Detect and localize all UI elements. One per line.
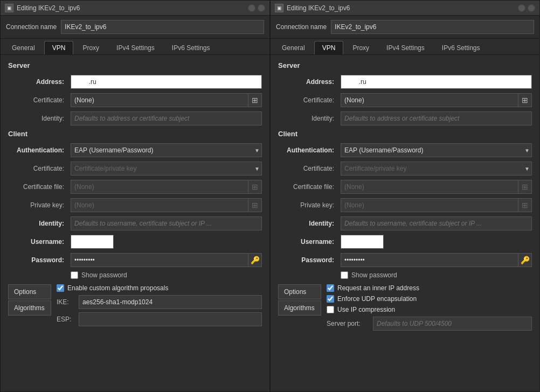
left-identity-input[interactable]	[71, 111, 262, 125]
right-request-inner-ip-label[interactable]: Request an inner IP address	[337, 284, 419, 292]
right-password-field: 🔑	[341, 253, 532, 267]
left-cert-file-input[interactable]	[71, 180, 248, 194]
right-connection-name-input[interactable]	[331, 20, 534, 34]
right-maximize-btn[interactable]	[528, 4, 535, 12]
left-tab-proxy[interactable]: Proxy	[74, 41, 107, 54]
left-auth-select[interactable]: EAP (Username/Password)	[71, 143, 262, 157]
left-certificate-label: Certificate:	[8, 96, 67, 104]
left-tab-general[interactable]: General	[4, 41, 43, 54]
left-username-input[interactable]	[71, 235, 114, 249]
right-private-key-input[interactable]	[341, 198, 518, 212]
left-connection-name-input[interactable]	[61, 20, 264, 34]
left-minimize-btn[interactable]	[248, 4, 255, 12]
left-tab-vpn[interactable]: VPN	[44, 41, 74, 54]
right-username-row: Username:	[278, 235, 532, 249]
left-certificate-icon-btn[interactable]: ⊞	[248, 93, 262, 107]
left-private-key-input[interactable]	[71, 198, 248, 212]
right-bottom-section: Options Algorithms Request an inner IP a…	[278, 284, 532, 334]
left-esp-input[interactable]	[79, 312, 262, 326]
right-client-identity-row: Identity:	[278, 216, 532, 230]
right-enforce-udp-checkbox[interactable]	[327, 295, 334, 303]
right-server-port-input[interactable]	[373, 317, 532, 331]
right-options-tab[interactable]: Options	[278, 284, 321, 299]
right-tab-vpn[interactable]: VPN	[314, 41, 344, 54]
right-minimize-btn[interactable]	[518, 4, 525, 12]
right-enforce-udp-row: Enforce UDP encapsulation	[327, 295, 532, 303]
right-cert-file-icon-btn[interactable]: ⊞	[518, 180, 532, 194]
left-password-icon-btn[interactable]: 🔑	[248, 253, 262, 267]
left-enable-custom-label[interactable]: Enable custom algorithm proposals	[67, 284, 168, 292]
right-ip-compression-checkbox[interactable]	[327, 306, 334, 313]
left-ike-input[interactable]	[79, 295, 262, 309]
right-server-port-label: Server port:	[327, 320, 370, 327]
left-tabs: General VPN Proxy IPv4 Settings IPv6 Set…	[1, 39, 269, 55]
right-identity-label: Identity:	[278, 115, 337, 122]
right-client-identity-input[interactable]	[341, 216, 532, 230]
right-auth-select[interactable]: EAP (Username/Password)	[341, 143, 532, 157]
right-tab-ipv4[interactable]: IPv4 Settings	[378, 41, 433, 54]
right-titlebar-left: ▣ Editing IKEv2_to_ipv6	[275, 4, 350, 12]
left-ike-label: IKE:	[57, 298, 75, 306]
left-password-row: Password: 🔑	[8, 253, 262, 267]
left-show-password-row: Show password	[71, 271, 262, 279]
right-cert-file-input[interactable]	[341, 180, 518, 194]
left-address-input[interactable]	[71, 75, 262, 89]
left-address-label: Address:	[8, 78, 67, 86]
right-tab-proxy[interactable]: Proxy	[344, 41, 377, 54]
right-connection-bar: Connection name	[271, 16, 539, 39]
left-server-title: Server	[8, 61, 262, 69]
left-cert-select[interactable]: Certificate/private key	[71, 162, 262, 176]
left-tab-ipv6[interactable]: IPv6 Settings	[164, 41, 218, 54]
right-enforce-udp-label[interactable]: Enforce UDP encapsulation	[337, 295, 417, 303]
right-password-row: Password: 🔑	[278, 253, 532, 267]
right-identity-input[interactable]	[341, 111, 532, 125]
right-password-input[interactable]	[341, 253, 518, 267]
left-private-key-field: ⊞	[71, 198, 262, 212]
right-show-password-label[interactable]: Show password	[351, 271, 397, 279]
left-options-tab[interactable]: Options	[8, 284, 51, 299]
left-client-identity-input[interactable]	[71, 216, 262, 230]
left-ike-row: IKE:	[57, 295, 262, 309]
right-certificate-row: Certificate: ⊞	[278, 93, 532, 107]
right-private-key-icon-btn[interactable]: ⊞	[518, 198, 532, 212]
right-algorithms-tab[interactable]: Algorithms	[278, 300, 321, 316]
left-certificate-input[interactable]	[71, 93, 248, 107]
right-address-input[interactable]	[341, 75, 532, 89]
right-tab-general[interactable]: General	[274, 41, 313, 54]
left-titlebar-buttons	[248, 4, 265, 12]
right-private-key-field: ⊞	[341, 198, 532, 212]
left-show-password-checkbox[interactable]	[71, 271, 78, 279]
right-side-content: Request an inner IP address Enforce UDP …	[321, 284, 532, 334]
right-tab-ipv6[interactable]: IPv6 Settings	[434, 41, 488, 54]
left-address-row: Address:	[8, 75, 262, 89]
right-cert-file-label: Certificate file:	[278, 183, 337, 191]
left-esp-label: ESP:	[57, 316, 75, 323]
left-enable-custom-checkbox[interactable]	[57, 284, 64, 292]
left-private-key-row: Private key: ⊞	[8, 198, 262, 212]
left-algorithms-tab[interactable]: Algorithms	[8, 300, 51, 316]
right-password-icon-btn[interactable]: 🔑	[518, 253, 532, 267]
right-ip-compression-label[interactable]: Use IP compression	[337, 306, 395, 313]
right-window: ▣ Editing IKEv2_to_ipv6 Connection name …	[270, 0, 540, 392]
left-enable-custom-row: Enable custom algorithm proposals	[57, 284, 262, 292]
left-private-key-icon-btn[interactable]: ⊞	[248, 198, 262, 212]
left-password-input[interactable]	[71, 253, 248, 267]
left-titlebar-left: ▣ Editing IKEv2_to_ipv6	[5, 4, 80, 12]
right-username-label: Username:	[278, 238, 337, 246]
right-address-field	[341, 75, 532, 89]
right-username-input[interactable]	[341, 235, 384, 249]
left-side-tabs: Options Algorithms	[8, 284, 51, 330]
right-ip-compression-row: Use IP compression	[327, 306, 532, 313]
right-request-inner-ip-checkbox[interactable]	[327, 284, 334, 292]
left-username-label: Username:	[8, 238, 67, 246]
left-maximize-btn[interactable]	[258, 4, 265, 12]
left-show-password-label[interactable]: Show password	[81, 271, 127, 279]
left-tab-ipv4[interactable]: IPv4 Settings	[108, 41, 163, 54]
left-cert-file-icon-btn[interactable]: ⊞	[248, 180, 262, 194]
right-client-title: Client	[278, 130, 532, 138]
right-certificate-input[interactable]	[341, 93, 518, 107]
right-show-password-checkbox[interactable]	[341, 271, 348, 279]
right-certificate-icon-btn[interactable]: ⊞	[518, 93, 532, 107]
right-cert-select[interactable]: Certificate/private key	[341, 162, 532, 176]
left-auth-row: Authentication: EAP (Username/Password) …	[8, 143, 262, 157]
